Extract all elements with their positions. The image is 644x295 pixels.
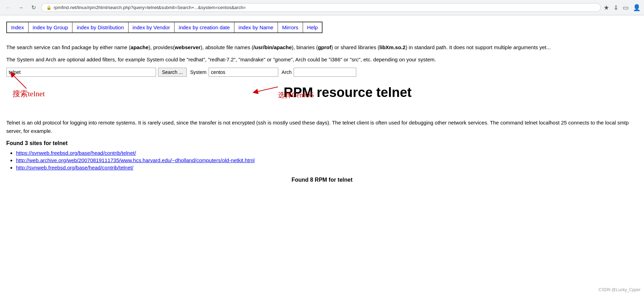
extensions-icon[interactable]: ▭	[623, 4, 629, 12]
forward-button[interactable]: →	[16, 3, 26, 13]
list-item: https://svnweb.freebsd.org/base/head/con…	[16, 150, 638, 156]
svg-line-1	[255, 87, 278, 92]
found-sites-heading: Found 3 sites for telnet	[6, 140, 638, 146]
description-para1: The search service can find package by e…	[6, 44, 638, 52]
result-section: Telnet is an old protocol for logging in…	[6, 119, 638, 183]
annotation-left: 搜索telnet	[13, 89, 45, 99]
annotation-right: 选择CentOS	[278, 90, 314, 100]
found-rpm-heading: Found 8 RPM for telnet	[6, 177, 638, 183]
nav-mirrors[interactable]: Mirrors	[278, 22, 303, 32]
search-form-area: Search ... System Arch 搜索telnet	[6, 68, 638, 113]
annotation-left-text: 搜索telnet	[13, 89, 45, 98]
search-form-row: Search ... System Arch	[6, 68, 638, 77]
arrow-right-svg	[252, 80, 280, 94]
nav-by-creation-date[interactable]: index by creation date	[174, 22, 234, 32]
reload-button[interactable]: ↻	[29, 3, 38, 13]
arrow-left-svg	[9, 72, 30, 89]
lock-icon: 🔒	[46, 5, 52, 10]
sites-list: https://svnweb.freebsd.org/base/head/con…	[16, 150, 638, 171]
system-input[interactable]	[209, 68, 278, 77]
site-link-2[interactable]: http://web.archive.org/web/2007081911173…	[16, 157, 255, 163]
nav-help[interactable]: Help	[303, 22, 322, 32]
nav-by-distribution[interactable]: index by Distribution	[72, 22, 128, 32]
site-link-1[interactable]: https://svnweb.freebsd.org/base/head/con…	[16, 150, 136, 156]
list-item: http://web.archive.org/web/2007081911173…	[16, 157, 638, 163]
nav-by-name[interactable]: index by Name	[234, 22, 278, 32]
site-link-3[interactable]: http://svnweb.freebsd.org/base/head/cont…	[16, 165, 133, 171]
arch-label: Arch	[282, 69, 292, 75]
bookmark-icon[interactable]: ★	[604, 4, 609, 12]
annotation-right-text: 选择CentOS	[278, 91, 314, 99]
profile-icon[interactable]: 👤	[633, 4, 641, 12]
description-para2: The System and Arch are optional added f…	[6, 56, 638, 64]
browser-right-icons: ★ ⇓ ▭ 👤	[604, 4, 641, 12]
search-button[interactable]: Search ...	[158, 68, 187, 77]
address-bar[interactable]: 🔒 rpmfind.net/linux/rpm2html/search.php?…	[41, 3, 601, 12]
back-button[interactable]: ←	[3, 3, 13, 13]
nav-index[interactable]: Index	[7, 22, 29, 32]
list-item: http://svnweb.freebsd.org/base/head/cont…	[16, 165, 638, 171]
nav-bar: Index index by Group index by Distributi…	[6, 22, 323, 33]
telnet-description: Telnet is an old protocol for logging in…	[6, 119, 638, 135]
svg-line-0	[12, 74, 26, 89]
download-icon[interactable]: ⇓	[613, 4, 619, 12]
nav-by-group[interactable]: index by Group	[29, 22, 73, 32]
page-content: Index index by Group index by Distributi…	[0, 15, 644, 187]
url-text: rpmfind.net/linux/rpm2html/search.php?qu…	[54, 5, 246, 10]
arch-input[interactable]	[294, 68, 356, 77]
browser-chrome: ← → ↻ 🔒 rpmfind.net/linux/rpm2html/searc…	[0, 0, 644, 15]
system-label: System	[190, 69, 207, 75]
nav-by-vendor[interactable]: index by Vendor	[129, 22, 175, 32]
